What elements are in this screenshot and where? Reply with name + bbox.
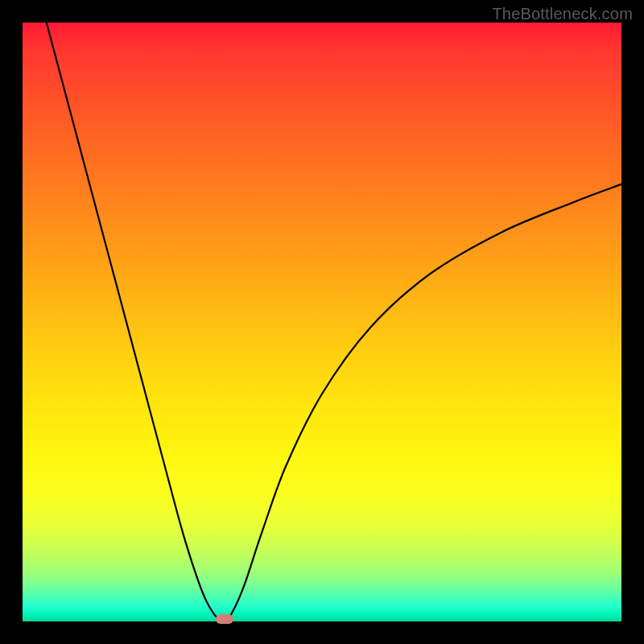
minimum-marker <box>216 614 233 624</box>
bottleneck-curve <box>23 23 621 621</box>
chart-plot-area <box>23 23 621 621</box>
watermark-text: TheBottleneck.com <box>492 5 633 23</box>
